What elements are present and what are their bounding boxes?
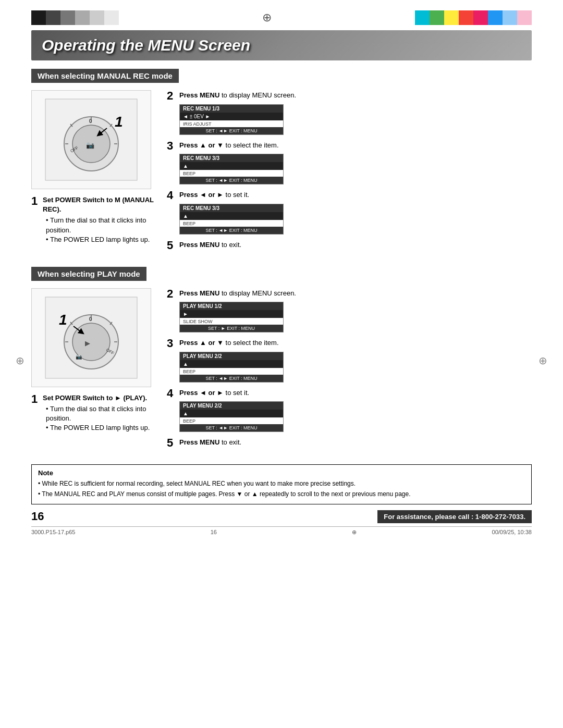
color-swatch-yellow <box>444 10 459 25</box>
page-number: 16 <box>31 510 44 523</box>
menu1-wrap: REC MENU 1/3 ◄ ± 0EV ► IRIS ADJUST SET :… <box>179 103 532 135</box>
footer-page: 16 <box>211 529 217 536</box>
manual-rec-step5: 5 Press MENU to exit. <box>167 240 532 251</box>
manual-rec-left: 0 1 📷 OFF <box>31 90 156 256</box>
svg-text:0: 0 <box>89 316 92 322</box>
ps3-num: 3 <box>167 338 175 349</box>
play-menu-1: PLAY MENU 1/2 ► SLIDE SHOW SET : ► EXIT … <box>179 302 284 332</box>
menu2-wrap: REC MENU 3/3 ▲ BEEP SET : ◄► EXIT : MENU <box>179 152 532 184</box>
play-menu-2-bottom: SET : ◄► EXIT : MENU <box>180 375 283 382</box>
right-crosshair-icon: ⊕ <box>538 354 547 367</box>
svg-text:▶: ▶ <box>85 339 90 347</box>
ps5-num: 5 <box>167 437 175 449</box>
s5-content: Press MENU to exit. <box>179 240 532 250</box>
color-swatch-ltblue <box>503 10 517 25</box>
s4-text: Press ◄ or ► to set it. <box>179 190 532 200</box>
rec-menu-3-section: BEEP <box>180 220 283 227</box>
svg-text:0: 0 <box>89 118 92 124</box>
rec-menu-2: REC MENU 3/3 ▲ BEEP SET : ◄► EXIT : MENU <box>179 154 284 184</box>
color-swatch-dgray <box>46 10 60 25</box>
step1-bullet1: Turn the dial so that it clicks into pos… <box>46 216 156 235</box>
s4-content: Press ◄ or ► to set it. REC MENU 3/3 ▲ <box>179 190 532 235</box>
ps5-text: Press MENU to exit. <box>179 437 532 448</box>
play-mode-right: 2 Press MENU to display MENU screen. PLA… <box>167 288 532 454</box>
play-menu2-wrap: PLAY MENU 2/2 ▲ BEEP SET : ◄► EXIT : MEN… <box>179 350 532 382</box>
rec-menu-3-row1: ▲ <box>180 212 283 220</box>
footer-file: 3000.P15-17.p65 <box>31 529 75 536</box>
ps4-content: Press ◄ or ► to set it. PLAY MENU 2/2 ▲ <box>179 388 532 433</box>
ps5-content: Press MENU to exit. <box>179 437 532 448</box>
step1-bold: Set POWER Switch to M (MANUAL REC). <box>43 196 154 213</box>
play-menu1-wrap: PLAY MENU 1/2 ► SLIDE SHOW SET : ► EXIT … <box>179 300 532 332</box>
play-menu-2-row1: ▲ <box>180 360 283 368</box>
ps3-text: Press ▲ or ▼ to select the item. <box>179 338 532 348</box>
rec-menu-2-section: BEEP <box>180 170 283 177</box>
menu3-wrap: REC MENU 3/3 ▲ BEEP SET : ◄► EXIT : MENU <box>179 202 532 235</box>
rec-menu-3-title: REC MENU 3/3 <box>180 204 283 212</box>
color-swatch-mgray <box>60 10 75 25</box>
play-menu-2: PLAY MENU 2/2 ▲ BEEP SET : ◄► EXIT : MEN… <box>179 352 284 382</box>
manual-rec-step1: 1 Set POWER Switch to M (MANUAL REC). Tu… <box>31 195 156 244</box>
s3-text: Press ▲ or ▼ to select the item. <box>179 140 532 151</box>
s3-num: 3 <box>167 140 175 152</box>
rec-menu-2-title: REC MENU 3/3 <box>180 154 283 162</box>
color-swatch-green <box>430 10 444 25</box>
note-bullets: While REC is sufficient for normal recor… <box>38 479 525 499</box>
ps4-num: 4 <box>167 388 175 399</box>
play-step3: 3 Press ▲ or ▼ to select the item. PLAY … <box>167 338 532 382</box>
note-box: Note While REC is sufficient for normal … <box>31 464 532 504</box>
play-s1-bullet2: The POWER LED lamp lights up. <box>46 423 156 433</box>
s2-text: Press MENU Press MENU to display MENU sc… <box>179 90 532 101</box>
play-menu-3: PLAY MENU 2/2 ▲ BEEP SET : ◄► EXIT : MEN… <box>179 401 284 432</box>
color-swatch-black <box>31 10 46 25</box>
s4-num: 4 <box>167 190 175 201</box>
play-menu-2-section: BEEP <box>180 368 283 375</box>
play-menu-3-section: BEEP <box>180 418 283 424</box>
assistance-text: For assistance, please call : 1-800-272-… <box>377 510 532 523</box>
color-swatch-llgray <box>90 10 104 25</box>
rec-menu-2-row1: ▲ <box>180 162 283 170</box>
crosshair-icon: ⊕ <box>262 11 272 24</box>
rec-menu-3-bottom: SET : ◄► EXIT : MENU <box>180 227 283 234</box>
play-s1-text: Set POWER Switch to ► (PLAY). Turn the d… <box>43 393 156 433</box>
note-title: Note <box>38 469 525 477</box>
play-menu-1-section: SLIDE SHOW <box>180 318 283 325</box>
color-swatch-blue <box>488 10 503 25</box>
step1-num: 1 <box>31 195 40 207</box>
color-bar-right <box>415 10 532 25</box>
play-menu-3-row1: ▲ <box>180 410 283 418</box>
footer-right-crosshair: ⊕ <box>352 529 357 536</box>
svg-text:1: 1 <box>59 312 67 328</box>
play-menu-3-title: PLAY MENU 2/2 <box>180 402 283 410</box>
s5-num: 5 <box>167 240 175 251</box>
play-menu-1-title: PLAY MENU 1/2 <box>180 302 283 310</box>
rec-menu-3: REC MENU 3/3 ▲ BEEP SET : ◄► EXIT : MENU <box>179 204 284 235</box>
manual-rec-dial-box: 0 1 📷 OFF <box>31 90 151 189</box>
play-menu-1-row1: ► <box>180 310 283 318</box>
manual-rec-step4: 4 Press ◄ or ► to set it. REC MENU 3/3 <box>167 190 532 235</box>
note-bullet2: The MANUAL REC and PLAY menus consist of… <box>38 489 525 499</box>
step1-bullets: Turn the dial so that it clicks into pos… <box>46 216 156 244</box>
s3-content: Press ▲ or ▼ to select the item. REC MEN… <box>179 140 532 185</box>
manual-rec-right: 2 Press MENU Press MENU to display MENU … <box>167 90 532 256</box>
color-swatch-ltpink <box>517 10 532 25</box>
ps2-content: Press MENU to display MENU screen. PLAY … <box>179 288 532 333</box>
play-s1-bullet1: Turn the dial so that it clicks into pos… <box>46 404 156 423</box>
left-crosshair-icon: ⊕ <box>16 354 25 367</box>
ps4-text: Press ◄ or ► to set it. <box>179 388 532 398</box>
color-bar-left <box>31 10 119 25</box>
ps2-num: 2 <box>167 288 175 300</box>
play-mode-left: 0 1 ▶ OFF <box>31 288 156 454</box>
play-step2: 2 Press MENU to display MENU screen. PLA… <box>167 288 532 333</box>
manual-rec-header: When selecting MANUAL REC mode <box>31 69 179 83</box>
step1-text: Set POWER Switch to M (MANUAL REC). Turn… <box>43 195 156 244</box>
rec-menu-2-bottom: SET : ◄► EXIT : MENU <box>180 177 283 184</box>
footer-date: 00/09/25, 10:38 <box>492 529 532 536</box>
ps3-content: Press ▲ or ▼ to select the item. PLAY ME… <box>179 338 532 382</box>
s5-text: Press MENU to exit. <box>179 240 532 250</box>
rec-menu-1-bottom: SET : ◄► EXIT : MENU <box>180 127 283 134</box>
play-mode-dial-svg: 0 1 ▶ OFF <box>44 296 138 379</box>
svg-text:📷: 📷 <box>86 141 95 150</box>
color-swatch-cyan <box>415 10 430 25</box>
footer: 3000.P15-17.p65 16 ⊕ 00/09/25, 10:38 <box>31 526 532 536</box>
